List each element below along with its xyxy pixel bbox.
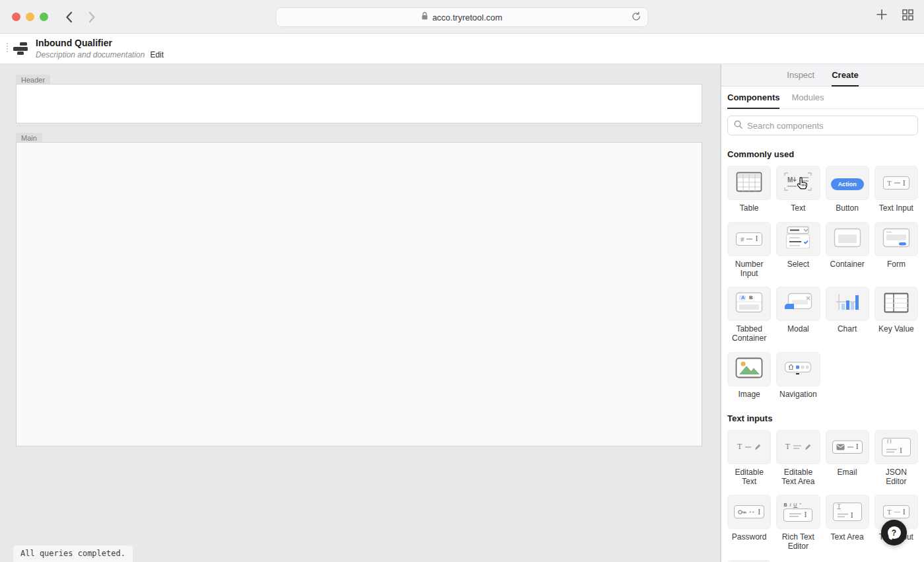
component-label: Text Input	[879, 204, 913, 213]
component-card-editable-textarea[interactable]: T	[776, 430, 820, 464]
component-card-json-editor[interactable]: {}I	[874, 430, 918, 464]
component-card-password[interactable]: ••I	[727, 495, 771, 529]
component-cell: ActionButton	[826, 166, 869, 213]
component-card-key-value[interactable]	[874, 287, 918, 321]
container-icon	[834, 228, 861, 250]
text-input-icon: TI	[883, 505, 909, 518]
component-label: Navigation	[779, 390, 817, 400]
component-card-email[interactable]: I	[826, 430, 869, 464]
component-cell: TEditable Text	[727, 430, 771, 487]
password-icon: ••I	[734, 505, 764, 518]
component-label: Modal	[787, 325, 809, 334]
component-label: Chart	[838, 325, 857, 334]
button-icon: Action	[831, 177, 864, 189]
back-icon[interactable]	[61, 9, 77, 25]
section-title: Text inputs	[727, 413, 918, 423]
component-cell: Navigation	[776, 352, 820, 400]
frame-divider	[16, 125, 702, 126]
component-cell: Table	[727, 166, 771, 213]
select-icon	[785, 226, 810, 252]
component-label: Password	[732, 533, 767, 542]
help-button[interactable]: ?	[881, 520, 907, 545]
component-card-form[interactable]	[874, 222, 918, 256]
text-input-icon: TI	[883, 176, 909, 190]
component-label: Email	[838, 468, 857, 477]
component-card-rich-text[interactable]: B I U ”I	[776, 495, 820, 529]
page-title: Inbound Qualifier	[36, 38, 164, 48]
component-label: Select	[787, 260, 809, 269]
drag-handle-icon[interactable]	[7, 43, 8, 53]
search-icon	[734, 120, 742, 131]
tab-inspect[interactable]: Inspect	[787, 64, 814, 86]
component-card-button[interactable]: Action	[826, 166, 869, 200]
zoom-window-button[interactable]	[40, 13, 48, 21]
component-card-number-input[interactable]: #I	[727, 222, 771, 256]
component-label: Number Input	[727, 260, 771, 279]
forward-icon[interactable]	[84, 9, 100, 25]
query-status-bar: All queries completed.	[13, 545, 133, 562]
right-panel: Inspect Create Components Modules Common…	[721, 64, 924, 562]
app-header: Inbound Qualifier Description and docume…	[0, 34, 924, 64]
address-bar[interactable]: acco.tryretool.com	[276, 7, 649, 27]
search-input[interactable]	[747, 121, 911, 131]
component-card-text[interactable]: M	[776, 166, 820, 200]
new-tab-icon[interactable]	[876, 9, 888, 22]
component-label: Text	[791, 204, 805, 213]
table-icon	[736, 172, 762, 195]
component-cell: TIText Area	[826, 495, 869, 551]
component-card-editable-text[interactable]: T	[727, 430, 771, 464]
component-card-table[interactable]	[727, 166, 771, 200]
close-window-button[interactable]	[12, 13, 20, 21]
component-card-navigation[interactable]	[776, 352, 820, 386]
url-text: acco.tryretool.com	[432, 13, 502, 22]
component-label: Key Value	[878, 325, 914, 334]
svg-text:B: B	[749, 295, 753, 301]
search-components-box[interactable]	[727, 116, 918, 135]
component-cell: Chart	[826, 287, 869, 343]
navigation-icon	[784, 360, 812, 378]
edit-description-button[interactable]: Edit	[150, 50, 164, 59]
action-label: Action	[831, 178, 864, 190]
editable-textarea-icon: T	[785, 442, 811, 452]
header-frame[interactable]	[16, 84, 702, 123]
main-frame[interactable]	[16, 142, 702, 446]
component-card-textarea[interactable]: TI	[826, 495, 869, 529]
component-label: Text Area	[831, 533, 864, 542]
help-icon: ?	[888, 526, 901, 539]
component-card-tabbed-container[interactable]: AB	[727, 287, 771, 321]
component-grid: TableMTextActionButtonTIText Input#INumb…	[727, 166, 918, 400]
component-cell: Modal	[776, 287, 820, 343]
component-cell: Key Value	[874, 287, 918, 343]
app-description: Description and documentation	[36, 50, 145, 59]
component-card-chart[interactable]	[826, 287, 869, 321]
component-label: Editable Text	[727, 468, 771, 487]
form-icon	[882, 228, 910, 250]
tab-modules[interactable]: Modules	[791, 87, 824, 108]
editor-canvas[interactable]: Header Main All queries completed.	[0, 64, 721, 562]
component-label: Image	[738, 390, 760, 400]
component-card-select[interactable]	[776, 222, 820, 256]
section-title: Commonly used	[727, 149, 918, 159]
minimize-window-button[interactable]	[26, 13, 34, 21]
tab-components[interactable]: Components	[727, 87, 779, 108]
component-cell: Container	[826, 222, 869, 279]
component-label: Form	[887, 260, 906, 269]
component-card-text-input[interactable]: TI	[874, 166, 918, 200]
component-label: Rich Text Editor	[776, 533, 820, 551]
component-cell: {}IJSON Editor	[874, 430, 918, 487]
tab-overview-icon[interactable]	[902, 9, 913, 22]
tab-create[interactable]: Create	[832, 64, 858, 86]
component-card-container[interactable]	[826, 222, 869, 256]
component-cell: ABTabbed Container	[727, 287, 771, 343]
image-icon	[735, 357, 763, 381]
rich-text-icon: B I U ”I	[783, 503, 812, 522]
component-cell: Image	[727, 352, 771, 400]
svg-text:A: A	[741, 295, 745, 301]
component-label: Tabbed Container	[727, 325, 771, 343]
window-controls	[12, 13, 48, 21]
component-card-image[interactable]	[727, 352, 771, 386]
reload-icon[interactable]	[632, 11, 642, 24]
component-cell: #INumber Input	[727, 222, 771, 279]
component-sections: Commonly usedTableMTextActionButtonTITex…	[721, 149, 924, 562]
component-card-modal[interactable]	[776, 287, 820, 321]
